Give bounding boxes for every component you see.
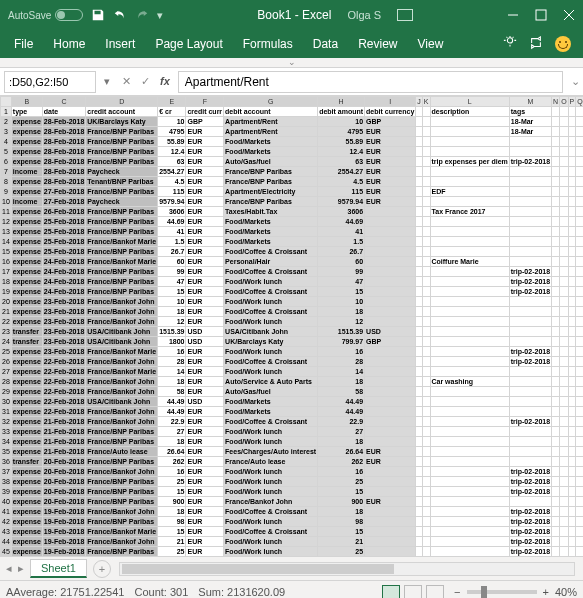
cell[interactable] [365,217,416,227]
col-header[interactable]: E [158,97,186,107]
cell[interactable]: 44.49 [158,407,186,417]
cell[interactable] [576,437,583,447]
cell[interactable]: expense [11,347,42,357]
cell[interactable]: UK/Barclays Katy [86,117,158,127]
cell[interactable]: EUR [186,437,224,447]
row-header[interactable]: 22 [1,317,12,327]
scrollbar-thumb[interactable] [122,564,394,574]
row-header[interactable]: 30 [1,397,12,407]
header-cell[interactable] [552,107,560,117]
cell[interactable] [552,437,560,447]
cell[interactable] [560,457,568,467]
cell[interactable] [430,487,509,497]
cell[interactable] [509,247,551,257]
cell[interactable]: Food/Markets [224,137,318,147]
cell[interactable]: expense [11,377,42,387]
cell[interactable] [422,477,430,487]
cell[interactable] [576,157,583,167]
cell[interactable] [576,367,583,377]
cell[interactable] [509,207,551,217]
row-header[interactable]: 40 [1,497,12,507]
cell[interactable]: EUR [186,387,224,397]
cell[interactable] [430,387,509,397]
cell[interactable]: Fees/Charges/Auto interest [224,447,318,457]
cell[interactable]: EUR [186,527,224,537]
row-header[interactable]: 43 [1,527,12,537]
cell[interactable] [568,187,576,197]
cell[interactable] [422,377,430,387]
cell[interactable] [568,377,576,387]
cell[interactable]: 26.7 [318,247,365,257]
cell[interactable] [560,237,568,247]
cell[interactable] [568,537,576,547]
cell[interactable] [576,377,583,387]
cell[interactable]: Auto/Gas/fuel [224,157,318,167]
cell[interactable] [576,227,583,237]
cell[interactable]: 19-Feb-2018 [42,507,85,517]
cell[interactable] [422,337,430,347]
cell[interactable] [552,517,560,527]
header-cell[interactable]: date [42,107,85,117]
cell[interactable]: Food/Markets [224,217,318,227]
cell[interactable]: trip-02-2018 [509,417,551,427]
cell[interactable]: 15 [318,487,365,497]
cell[interactable] [422,547,430,557]
row-header[interactable]: 27 [1,367,12,377]
cell[interactable] [365,507,416,517]
cell[interactable]: trip-02-2018 [509,357,551,367]
row-header[interactable]: 36 [1,457,12,467]
cell[interactable]: 26.64 [318,447,365,457]
cell[interactable] [422,227,430,237]
cell[interactable]: income [11,167,42,177]
cell[interactable] [509,217,551,227]
cell[interactable]: Tax France 2017 [430,207,509,217]
cell[interactable]: 21-Feb-2018 [42,437,85,447]
cell[interactable]: income [11,197,42,207]
cell[interactable] [560,177,568,187]
cell[interactable] [430,547,509,557]
cell[interactable] [430,467,509,477]
cell[interactable]: trip-02-2018 [509,527,551,537]
cell[interactable] [560,487,568,497]
cell[interactable] [430,407,509,417]
cell[interactable] [568,477,576,487]
cell[interactable] [568,257,576,267]
header-cell[interactable]: description [430,107,509,117]
cell[interactable]: EUR [365,167,416,177]
cell[interactable]: expense [11,497,42,507]
cell[interactable]: EUR [186,127,224,137]
cell[interactable]: 12 [318,317,365,327]
cell[interactable]: 27-Feb-2018 [42,197,85,207]
cell[interactable] [422,137,430,147]
cell[interactable] [365,387,416,397]
cell[interactable]: EUR [186,407,224,417]
col-header[interactable]: P [568,97,576,107]
cell[interactable] [560,387,568,397]
cell[interactable] [552,457,560,467]
row-header[interactable]: 9 [1,187,12,197]
cell[interactable]: EUR [186,147,224,157]
cell[interactable] [422,177,430,187]
cell[interactable] [365,237,416,247]
col-header[interactable]: D [86,97,158,107]
cell[interactable]: expense [11,477,42,487]
cell[interactable]: 2554.27 [158,167,186,177]
cell[interactable]: trip-02-2018 [509,507,551,517]
cell[interactable] [560,467,568,477]
cell[interactable]: 9579.94 [158,197,186,207]
cell[interactable] [552,157,560,167]
spreadsheet-grid[interactable]: BCDEFGHIJKLMNOPQ 1typedatecredit account… [0,96,583,556]
cell[interactable]: expense [11,207,42,217]
cell[interactable]: France/BNP Paribas [86,487,158,497]
zoom-knob[interactable] [481,586,487,598]
cell[interactable] [422,457,430,467]
horizontal-scrollbar[interactable] [119,562,575,576]
cell[interactable] [568,247,576,257]
cell[interactable] [568,357,576,367]
cell[interactable]: France/BNP Paribas [224,177,318,187]
cell[interactable]: France/Bankof Marie [86,347,158,357]
cell[interactable] [430,507,509,517]
cell[interactable] [552,487,560,497]
redo-icon[interactable] [135,8,149,22]
cell[interactable] [422,287,430,297]
